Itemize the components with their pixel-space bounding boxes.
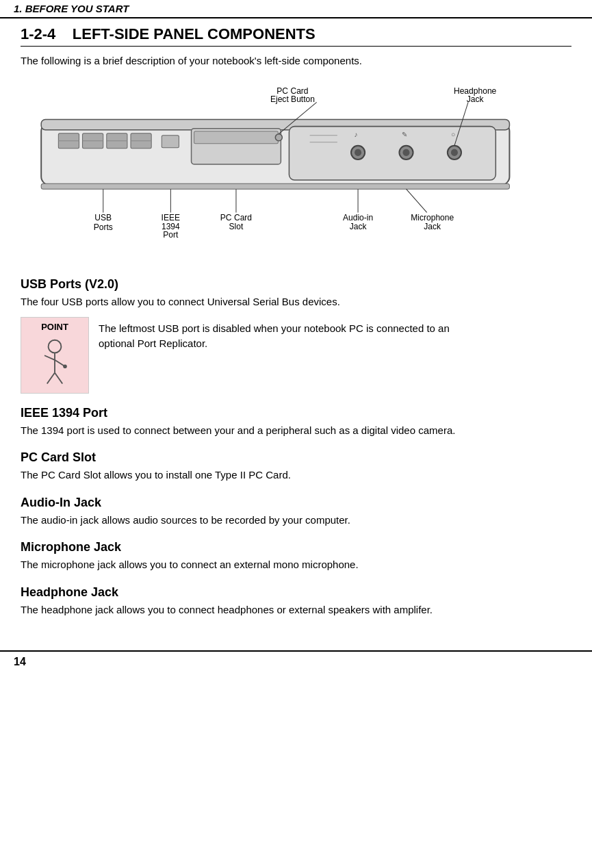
bottom-bar: 14 xyxy=(0,650,592,672)
audio-in-desc: The audio-in jack allows audio sources t… xyxy=(21,513,571,528)
microphone-title: Microphone Jack xyxy=(21,540,571,554)
chapter-title: 1. BEFORE YOU START xyxy=(14,3,129,14)
svg-point-20 xyxy=(451,149,458,156)
svg-text:✎: ✎ xyxy=(402,131,407,138)
ieee1394-section: IEEE 1394 Port The 1394 port is used to … xyxy=(21,406,571,439)
svg-line-46 xyxy=(407,189,427,212)
headphone-title: Headphone Jack xyxy=(21,585,571,600)
point-label-box: POINT xyxy=(21,317,89,394)
headphone-desc: The headphone jack allows you to connect… xyxy=(21,602,571,618)
usb-ports-section: USB Ports (V2.0) The four USB ports allo… xyxy=(21,277,571,394)
svg-point-13 xyxy=(275,134,282,141)
pc-card-slot-desc: The PC Card Slot allows you to install o… xyxy=(21,468,571,483)
svg-rect-10 xyxy=(162,136,179,148)
pc-card-slot-section: PC Card Slot The PC Card Slot allows you… xyxy=(21,450,571,483)
diagram: ♪ ✎ ○ PC Card Eject Button Headphone Jac… xyxy=(21,79,571,257)
svg-rect-26 xyxy=(41,183,509,189)
svg-line-51 xyxy=(44,355,55,360)
ieee1394-title: IEEE 1394 Port xyxy=(21,406,571,420)
headphone-section: Headphone Jack The headphone jack allows… xyxy=(21,585,571,618)
point-box: POINT The leftmost USB port xyxy=(21,317,571,394)
point-figure xyxy=(34,337,75,389)
svg-point-18 xyxy=(402,149,409,156)
svg-text:USB: USB xyxy=(94,213,112,222)
diagram-svg: ♪ ✎ ○ PC Card Eject Button Headphone Jac… xyxy=(21,79,571,257)
microphone-section: Microphone Jack The microphone jack allo… xyxy=(21,540,571,573)
svg-point-16 xyxy=(355,149,361,156)
microphone-desc: The microphone jack allows you to connec… xyxy=(21,557,571,573)
svg-text:Jack: Jack xyxy=(350,222,368,231)
pc-card-slot-title: PC Card Slot xyxy=(21,450,571,465)
audio-in-title: Audio-In Jack xyxy=(21,496,571,510)
svg-text:♪: ♪ xyxy=(355,131,358,138)
svg-text:Slot: Slot xyxy=(229,222,244,231)
svg-rect-12 xyxy=(194,131,279,144)
svg-line-55 xyxy=(55,372,62,383)
page-header: 1. BEFORE YOU START xyxy=(0,0,592,18)
section-title: 1-2-4 LEFT-SIDE PANEL COMPONENTS xyxy=(21,25,571,47)
main-content: 1-2-4 LEFT-SIDE PANEL COMPONENTS The fol… xyxy=(0,18,592,643)
audio-in-section: Audio-In Jack The audio-in jack allows a… xyxy=(21,496,571,528)
svg-text:Ports: Ports xyxy=(94,222,113,232)
usb-ports-title: USB Ports (V2.0) xyxy=(21,277,571,292)
svg-rect-14 xyxy=(289,127,496,180)
usb-ports-desc: The four USB ports allow you to connect … xyxy=(21,294,571,310)
svg-text:○: ○ xyxy=(451,131,455,138)
svg-text:Eject Button: Eject Button xyxy=(270,94,315,104)
svg-text:Port: Port xyxy=(163,230,179,240)
svg-point-53 xyxy=(63,364,67,368)
ieee1394-desc: The 1394 port is used to connect between… xyxy=(21,423,571,439)
svg-line-54 xyxy=(47,372,55,383)
svg-point-49 xyxy=(49,340,62,353)
intro-text: The following is a brief description of … xyxy=(21,55,571,66)
point-text: The leftmost USB port is disabled when y… xyxy=(89,317,486,356)
svg-text:Jack: Jack xyxy=(424,222,441,231)
page-number: 14 xyxy=(14,656,26,667)
svg-text:Jack: Jack xyxy=(467,94,485,104)
